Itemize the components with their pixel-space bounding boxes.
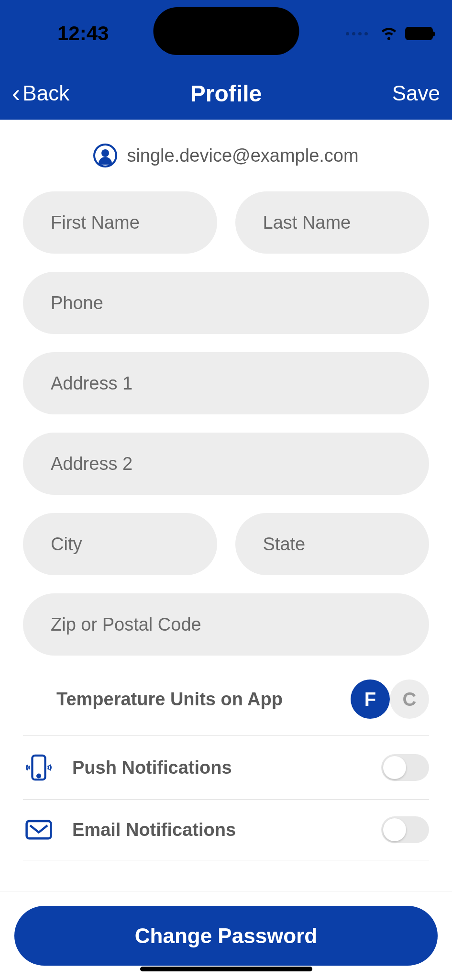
zip-field[interactable]: [23, 593, 429, 656]
push-notifications-row: Push Notifications: [23, 736, 429, 800]
page-title: Profile: [190, 80, 262, 107]
first-name-field[interactable]: [23, 191, 217, 254]
nav-bar: ‹ Back Profile Save: [0, 67, 452, 120]
chevron-left-icon: ‹: [12, 79, 20, 108]
status-bar: 12:43: [0, 0, 452, 67]
fahrenheit-button[interactable]: F: [351, 679, 390, 719]
change-password-button[interactable]: Change Password: [14, 906, 438, 966]
svg-rect-2: [26, 821, 51, 838]
battery-icon: [405, 27, 433, 40]
avatar-icon: [93, 144, 117, 167]
address2-field[interactable]: [23, 433, 429, 495]
push-notifications-toggle[interactable]: [381, 754, 429, 781]
city-field[interactable]: [23, 513, 217, 575]
temperature-toggle: F C: [351, 679, 429, 719]
email-notifications-toggle[interactable]: [381, 816, 429, 843]
temperature-units-row: Temperature Units on App F C: [23, 679, 429, 736]
device-notch: [153, 7, 299, 55]
push-notifications-label: Push Notifications: [72, 757, 232, 778]
state-field[interactable]: [235, 513, 430, 575]
back-button[interactable]: ‹ Back: [12, 79, 69, 108]
temperature-label: Temperature Units on App: [56, 689, 283, 710]
content-area: single.device@example.com Temperature Un…: [0, 120, 452, 860]
address1-field[interactable]: [23, 352, 429, 414]
last-name-field[interactable]: [235, 191, 430, 254]
email-text: single.device@example.com: [127, 145, 358, 166]
phone-field[interactable]: [23, 272, 429, 334]
home-indicator[interactable]: [140, 967, 312, 971]
mail-icon: [23, 818, 54, 841]
status-indicators: [346, 23, 433, 44]
settings-section: Temperature Units on App F C: [23, 679, 429, 860]
celsius-button[interactable]: C: [390, 679, 429, 719]
save-button[interactable]: Save: [392, 81, 440, 105]
back-label: Back: [22, 81, 69, 105]
phone-vibrate-icon: [23, 753, 54, 782]
svg-point-1: [37, 775, 40, 778]
bottom-action-bar: Change Password: [0, 891, 452, 980]
wifi-icon: [380, 23, 398, 44]
cellular-dots-icon: [346, 32, 368, 35]
status-time: 12:43: [57, 22, 109, 45]
email-display: single.device@example.com: [23, 144, 429, 167]
email-notifications-row: Email Notifications: [23, 800, 429, 860]
email-notifications-label: Email Notifications: [72, 820, 236, 840]
